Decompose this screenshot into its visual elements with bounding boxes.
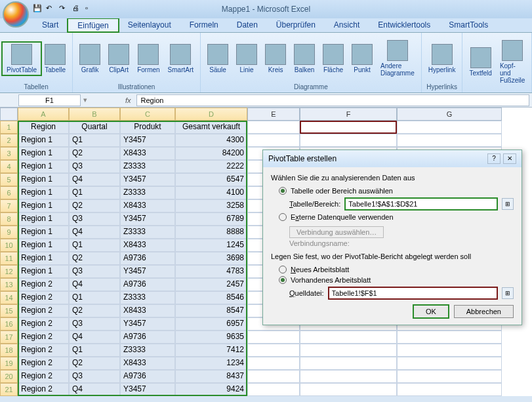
fx-icon[interactable]: fx xyxy=(125,96,131,104)
cell[interactable]: Region 1 xyxy=(18,212,69,226)
tab-entwicklertools[interactable]: Entwicklertools xyxy=(369,18,440,32)
cell[interactable]: Z3333 xyxy=(120,226,175,239)
ribbon-pivottable[interactable]: PivotTable xyxy=(3,43,41,75)
cell[interactable]: A9736 xyxy=(120,370,175,383)
ribbon-fläche[interactable]: Fläche xyxy=(319,43,348,75)
formula-bar[interactable]: Region xyxy=(136,94,529,106)
cell[interactable]: 2222 xyxy=(175,160,247,173)
ribbon-textfeld[interactable]: Textfeld xyxy=(465,46,495,78)
cell[interactable]: Z3333 xyxy=(120,344,175,357)
cell[interactable]: Q2 xyxy=(69,252,120,265)
ribbon-hyperlink[interactable]: Hyperlink xyxy=(424,43,460,75)
cell[interactable]: Region 1 xyxy=(18,134,69,147)
redo-icon[interactable]: ↷ xyxy=(59,4,70,14)
tab-seitenlayout[interactable]: Seitenlayout xyxy=(119,18,180,32)
cell[interactable]: Q4 xyxy=(69,226,120,239)
ribbon-andere-diagramme[interactable]: Andere Diagramme xyxy=(377,39,419,78)
cell[interactable] xyxy=(300,383,397,396)
location-input[interactable] xyxy=(328,287,498,300)
cell[interactable]: X8433 xyxy=(120,239,175,252)
cell[interactable]: 6957 xyxy=(175,317,247,331)
cell[interactable]: 7412 xyxy=(175,344,247,357)
cell[interactable] xyxy=(247,331,300,344)
cell[interactable]: Region 2 xyxy=(18,331,69,344)
ribbon-linie[interactable]: Linie xyxy=(232,43,261,75)
row-header[interactable]: 2 xyxy=(0,134,18,147)
ribbon-tabelle[interactable]: Tabelle xyxy=(41,43,70,75)
ok-button[interactable]: OK xyxy=(413,305,449,318)
cell[interactable]: 3258 xyxy=(175,199,247,212)
cell[interactable]: 1245 xyxy=(175,239,247,252)
cell[interactable]: Y3457 xyxy=(120,265,175,278)
cell[interactable]: Q4 xyxy=(69,278,120,291)
cell[interactable]: Q3 xyxy=(69,370,120,383)
tab-ansicht[interactable]: Ansicht xyxy=(325,18,369,32)
office-button[interactable] xyxy=(3,1,29,28)
cell[interactable]: Q4 xyxy=(69,383,120,396)
cell[interactable] xyxy=(397,357,502,370)
cell[interactable]: Q4 xyxy=(69,331,120,344)
row-header[interactable]: 17 xyxy=(0,331,18,344)
cell[interactable]: Quartal xyxy=(69,121,120,134)
row-header[interactable]: 12 xyxy=(0,265,18,278)
cell[interactable]: Region xyxy=(18,121,69,134)
tab-überprüfen[interactable]: Überprüfen xyxy=(267,18,325,32)
tab-smarttools[interactable]: SmartTools xyxy=(440,18,497,32)
dialog-titlebar[interactable]: PivotTable erstellen ? ✕ xyxy=(263,150,522,167)
cell[interactable]: Region 1 xyxy=(18,160,69,173)
row-header[interactable]: 8 xyxy=(0,212,18,226)
cell[interactable]: Y3457 xyxy=(120,383,175,396)
cell[interactable]: 3698 xyxy=(175,252,247,265)
cell[interactable]: X8433 xyxy=(120,199,175,212)
radio-external[interactable] xyxy=(279,213,287,221)
cell[interactable] xyxy=(397,331,502,344)
cell[interactable]: Region 2 xyxy=(18,304,69,317)
location-picker-icon[interactable]: ⊞ xyxy=(502,287,514,299)
cell[interactable]: Q1 xyxy=(69,134,120,147)
ribbon-kreis[interactable]: Kreis xyxy=(261,43,290,75)
row-header[interactable]: 15 xyxy=(0,304,18,317)
cell[interactable]: Z3333 xyxy=(120,160,175,173)
cell[interactable]: Q3 xyxy=(69,317,120,331)
cell[interactable]: 8437 xyxy=(175,370,247,383)
ribbon-grafik[interactable]: Grafik xyxy=(75,43,104,75)
save-icon[interactable]: 💾 xyxy=(33,4,43,14)
row-header[interactable]: 5 xyxy=(0,173,18,186)
cell[interactable] xyxy=(397,344,502,357)
range-picker-icon[interactable]: ⊞ xyxy=(502,198,514,210)
row-header[interactable]: 21 xyxy=(0,383,18,396)
cell[interactable]: 8888 xyxy=(175,226,247,239)
row-header[interactable]: 16 xyxy=(0,317,18,331)
cell[interactable] xyxy=(397,370,502,383)
cell[interactable]: A9736 xyxy=(120,331,175,344)
cell[interactable] xyxy=(247,383,300,396)
row-header[interactable]: 4 xyxy=(0,160,18,173)
cell[interactable]: Q1 xyxy=(69,239,120,252)
cell[interactable] xyxy=(300,344,397,357)
cell[interactable]: Region 2 xyxy=(18,357,69,370)
tab-einfügen[interactable]: Einfügen xyxy=(68,18,118,32)
cell[interactable]: Region 1 xyxy=(18,226,69,239)
cell[interactable] xyxy=(247,121,300,134)
column-header[interactable]: B xyxy=(69,108,120,121)
ribbon-balken[interactable]: Balken xyxy=(290,43,319,75)
cell[interactable]: Q4 xyxy=(69,173,120,186)
cell[interactable]: Q3 xyxy=(69,160,120,173)
tab-start[interactable]: Start xyxy=(33,18,68,32)
column-header[interactable]: C xyxy=(120,108,175,121)
column-header[interactable]: F xyxy=(300,108,397,121)
cell[interactable]: Y3457 xyxy=(120,134,175,147)
cell[interactable] xyxy=(300,134,397,147)
row-header[interactable]: 19 xyxy=(0,357,18,370)
cell[interactable]: X8433 xyxy=(120,147,175,160)
cell[interactable]: Q2 xyxy=(69,147,120,160)
cell[interactable] xyxy=(247,357,300,370)
close-icon[interactable]: ✕ xyxy=(503,153,516,164)
row-header[interactable]: 6 xyxy=(0,186,18,199)
print-icon[interactable]: 🖨 xyxy=(72,4,83,14)
row-header[interactable]: 7 xyxy=(0,199,18,212)
cell[interactable] xyxy=(247,134,300,147)
cell[interactable]: Region 2 xyxy=(18,317,69,331)
column-header[interactable]: A xyxy=(18,108,69,121)
cell[interactable]: Region 1 xyxy=(18,186,69,199)
